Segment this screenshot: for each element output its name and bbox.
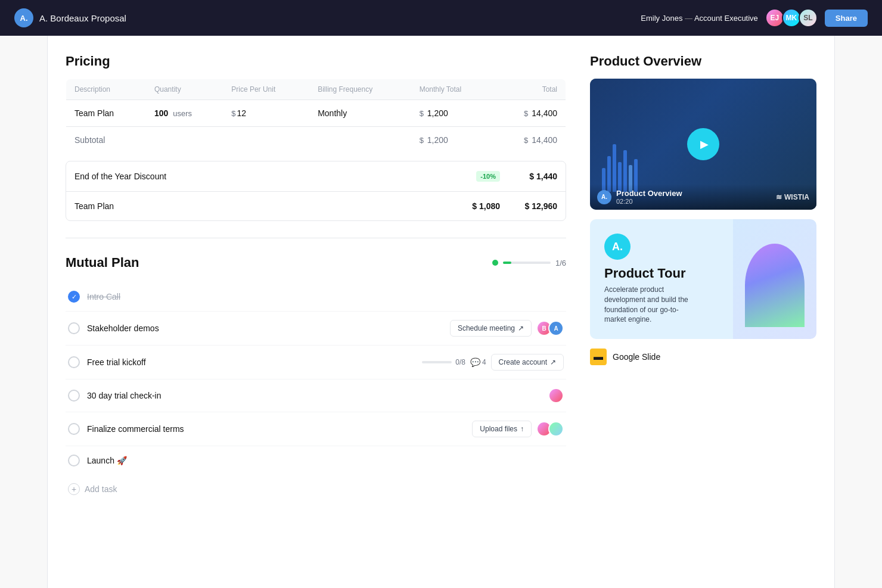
schedule-meeting-label: Schedule meeting [458,324,515,332]
header-title: A. Bordeaux Proposal [39,13,126,23]
team-plan-total: $ 12,960 [510,201,557,211]
pricing-table: Description Quantity Price Per Unit Bill… [66,79,566,154]
play-button[interactable]: ▶ [687,128,719,160]
header-right: Emily Jones — Account Executive EJ MK SL… [641,8,868,27]
discount-section: End of the Year Discount -10% $ 1,440 Te… [66,161,566,221]
task-item-intro-call: Intro Call [66,282,566,312]
task-checkbox-stakeholder[interactable] [68,322,80,334]
subtotal-monthly: $ 1,200 [411,127,495,154]
task-left-stakeholder: Stakeholder demos [68,322,159,334]
task-label-30-day: 30 day trial check-in [87,391,162,400]
col-total: Total [495,79,566,100]
page-wrapper: Pricing Description Quantity Price Per U… [48,36,834,588]
free-trial-progress: 0/8 [422,358,465,366]
task-label-commercial: Finalize commercial terms [87,424,184,434]
task-checkbox-commercial[interactable] [68,423,80,435]
mutual-plan-progress: 1/6 [492,259,566,267]
header-user-name: Emily Jones [641,14,682,23]
col-monthly: Monthly Total [411,79,495,100]
mutual-plan-header: Mutual Plan 1/6 [66,255,566,270]
video-avatar: A. [597,190,611,204]
header-avatar-group: EJ MK SL [765,8,818,27]
google-slide-icon: ▬ [590,349,607,365]
upload-files-label: Upload files [480,425,517,433]
wistia-symbol: ≋ [776,193,782,201]
team-plan-monthly: $ 1,080 [452,201,500,211]
product-tour-content: A. Product Tour Accelerate product devel… [590,219,733,339]
row-price: $12 [223,100,309,127]
pricing-title: Pricing [66,54,566,69]
row-total: $ 14,400 [495,100,566,127]
discount-badge: -10% [476,171,500,182]
row-description: Team Plan [66,100,146,127]
col-billing: Billing Frequency [309,79,411,100]
video-footer: A. Product Overview 02:20 ≋ WISTIA [590,184,816,210]
add-task-icon: + [68,483,80,495]
header-user-role: Account Executive [694,14,758,23]
product-tour-desc: Accelerate product development and build… [604,285,700,325]
schedule-meeting-button[interactable]: Schedule meeting ↗ [450,320,532,337]
comment-count: 4 [482,358,486,366]
task-checkbox-free-trial[interactable] [68,356,80,368]
progress-bar-fill [503,262,511,264]
task-item-commercial: Finalize commercial terms Upload files ↑ [66,412,566,446]
create-account-label: Create account [499,358,547,366]
task-checkbox-intro[interactable] [68,291,80,303]
task-label-launch: Launch 🚀 [87,456,127,465]
section-divider [66,238,566,238]
task-right-stakeholder: Schedule meeting ↗ B A [450,320,564,337]
subtotal-label: Subtotal [66,127,146,154]
left-column: Pricing Description Quantity Price Per U… [66,54,590,503]
task-right-free-trial: 0/8 💬 4 Create account ↗ [422,354,564,371]
product-overview-title: Product Overview [590,54,816,69]
subtotal-total: $ 14,400 [495,127,566,154]
play-icon: ▶ [700,138,709,151]
task-item-stakeholder: Stakeholder demos Schedule meeting ↗ B A [66,312,566,346]
pricing-row-subtotal: Subtotal $ 1,200 $ 14,400 [66,127,566,154]
wistia-text: WISTIA [784,193,809,201]
upload-files-arrow: ↑ [520,425,524,433]
upload-files-button[interactable]: Upload files ↑ [472,421,532,437]
task-item-30-day: 30 day trial check-in [66,379,566,412]
task-left-commercial: Finalize commercial terms [68,423,184,435]
header-avatar: A. [14,8,33,27]
pill-track [422,361,452,363]
progress-dot [492,260,498,266]
app-header: A. A. Bordeaux Proposal Emily Jones — Ac… [0,0,882,36]
product-tour-title: Product Tour [604,266,719,281]
task-checkbox-launch[interactable] [68,455,80,466]
stakeholder-avatars: B A [536,321,564,336]
video-card: ▶ A. Product Overview 02:20 ≋ WISTIA [590,79,816,210]
team-plan-final-row: Team Plan $ 1,080 $ 12,960 [66,192,566,220]
add-task-row[interactable]: + Add task [66,475,566,503]
row-monthly-total: $ 1,200 [411,100,495,127]
discount-label: End of the Year Discount [74,172,166,181]
discount-amount: $ 1,440 [510,172,557,181]
right-column: Product Overview ▶ [590,54,816,503]
task-item-free-trial: Free trial kickoff 0/8 💬 4 Create accoun… [66,346,566,379]
task-checkbox-30-day[interactable] [68,390,80,402]
video-title: Product Overview [616,189,682,198]
product-tour-card[interactable]: A. Product Tour Accelerate product devel… [590,219,816,339]
create-account-button[interactable]: Create account ↗ [491,354,564,371]
video-footer-left: A. Product Overview 02:20 [597,189,682,205]
avatar-commercial-2 [548,421,564,437]
task-label-stakeholder: Stakeholder demos [87,323,159,333]
mutual-plan-title: Mutual Plan [66,255,139,270]
team-plan-final-label: Team Plan [74,201,114,211]
comment-icon: 💬 [470,357,480,367]
person-silhouette [745,244,805,327]
comment-badge: 💬 4 [470,357,486,367]
task-label-free-trial: Free trial kickoff [87,357,146,367]
video-info: Product Overview 02:20 [616,189,682,205]
task-left-free-trial: Free trial kickoff [68,356,146,368]
schedule-meeting-arrow: ↗ [518,324,524,332]
video-duration: 02:20 [616,198,682,205]
task-right-30-day [548,388,564,403]
task-left-intro: Intro Call [68,291,120,303]
google-slide-row[interactable]: ▬ Google Slide [590,349,816,365]
share-button[interactable]: Share [825,10,868,27]
progress-count: 1/6 [555,259,566,267]
tour-img-placeholder [733,219,816,339]
header-user-separator: — [685,14,694,23]
